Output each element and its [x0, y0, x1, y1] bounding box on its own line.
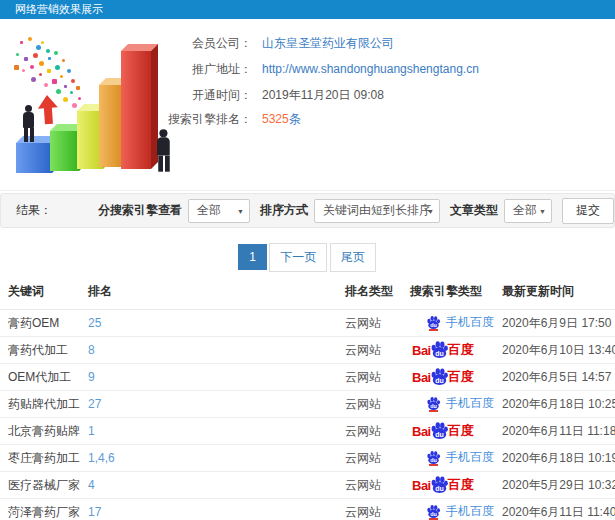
column-header: 排名: [88, 278, 345, 310]
article-type-label: 文章类型: [450, 202, 498, 219]
info-field: 推广地址：http://www.shandonghuangshengtang.c…: [160, 61, 615, 79]
info-field-label: 推广地址：: [160, 61, 252, 78]
keyword-cell: 膏药OEM: [0, 310, 88, 337]
up-arrow-icon: [37, 94, 59, 125]
chart-bar-blue: [16, 143, 52, 173]
baidu-logo: Bai du 百度: [412, 340, 474, 361]
svg-text:du: du: [430, 458, 437, 464]
table-row: 枣庄膏药加工 1,4,6 云网站 du 手机百度: [0, 445, 615, 472]
rank-link[interactable]: 25: [88, 310, 345, 337]
rank-link[interactable]: 27: [88, 391, 345, 418]
table-row: 膏药OEM 25 云网站 du 手机百度: [0, 310, 615, 337]
svg-text:du: du: [435, 377, 444, 384]
baidu-logo: Bai du 百度: [412, 421, 474, 442]
engine-select[interactable]: 全部 ▼: [188, 199, 250, 223]
mobile-baidu-label: 手机百度: [446, 395, 494, 412]
column-header: 关键词: [0, 278, 88, 310]
rank-type-cell: 云网站: [345, 472, 410, 499]
table-row: 医疗器械厂家 4 云网站 Bai du 百度 2020年5月29日 10:32: [0, 472, 615, 499]
svg-text:du: du: [430, 323, 437, 329]
search-engine-cell: Bai du 百度: [410, 337, 502, 364]
rank-type-cell: 云网站: [345, 364, 410, 391]
rank-type-cell: 云网站: [345, 391, 410, 418]
baidu-logo-bai-text: Bai: [412, 343, 431, 358]
column-header: 最新更新时间: [502, 278, 615, 310]
baidu-logo: Bai du 百度: [412, 367, 474, 388]
update-time-cell: 2020年6月18日 10:19: [502, 445, 615, 472]
chart-bar-red: [121, 51, 151, 169]
baidu-logo: Bai du 百度: [412, 475, 474, 496]
results-table: 关键词排名排名类型搜索引擎类型最新更新时间 膏药OEM 25 云网站 du: [0, 278, 615, 520]
baidu-logo-cn-text: 百度: [448, 476, 474, 494]
sort-select[interactable]: 关键词由短到长排序 ▼: [314, 199, 440, 223]
baidu-paw-icon: du: [426, 504, 441, 518]
baidu-logo-cn-text: 百度: [448, 341, 474, 359]
chevron-down-icon: ▼: [427, 208, 434, 215]
engine-filter-label: 分搜索引擎查看: [98, 202, 182, 219]
rank-link[interactable]: 8: [88, 337, 345, 364]
table-row: 药贴牌代加工 27 云网站 du 手机百度: [0, 391, 615, 418]
update-time-cell: 2020年6月5日 14:57: [502, 364, 615, 391]
baidu-logo-bai-text: Bai: [412, 424, 431, 439]
keyword-cell: 菏泽膏药厂家: [0, 499, 88, 520]
chart-bar-green: [50, 131, 79, 171]
chevron-down-icon: ▼: [237, 208, 244, 215]
rank-link[interactable]: 1,4,6: [88, 445, 345, 472]
rank-type-cell: 云网站: [345, 337, 410, 364]
baidu-paw-icon: du: [426, 396, 441, 410]
rank-link[interactable]: 4: [88, 472, 345, 499]
info-field-value[interactable]: http://www.shandonghuangshengtang.cn: [262, 62, 479, 76]
table-row: OEM代加工 9 云网站 Bai du 百度 2020年6月5日 14:57: [0, 364, 615, 391]
update-time-cell: 2020年6月11日 11:18: [502, 418, 615, 445]
businessman-figure-left: [23, 105, 35, 143]
baidu-paw-icon: du: [426, 450, 441, 464]
next-page-button[interactable]: 下一页: [269, 243, 327, 272]
svg-text:du: du: [435, 350, 444, 357]
search-engine-cell: du 手机百度: [410, 391, 502, 418]
last-page-button[interactable]: 尾页: [330, 243, 376, 272]
pagination: 1 下一页 尾页: [0, 243, 615, 272]
red-underline-decoration: [429, 329, 438, 331]
red-underline-decoration: [429, 464, 438, 466]
update-time-cell: 2020年6月18日 10:25: [502, 391, 615, 418]
info-field: 搜索引擎排名：5325条: [160, 111, 615, 129]
submit-button[interactable]: 提交: [562, 198, 614, 224]
keyword-cell: OEM代加工: [0, 364, 88, 391]
sort-select-value: 关键词由短到长排序: [323, 202, 431, 219]
column-header: 搜索引擎类型: [410, 278, 502, 310]
search-engine-cell: du 手机百度: [410, 310, 502, 337]
chevron-down-icon: ▼: [539, 208, 546, 215]
summary-section: 会员公司：山东皇圣堂药业有限公司 推广地址：http://www.shandon…: [0, 19, 615, 191]
svg-text:du: du: [435, 485, 444, 492]
page-title: 网络营销效果展示: [15, 3, 103, 15]
keyword-cell: 膏药代加工: [0, 337, 88, 364]
engine-select-value: 全部: [197, 202, 221, 219]
rank-type-cell: 云网站: [345, 418, 410, 445]
info-field-label: 搜索引擎排名：: [160, 111, 252, 128]
info-field: 开通时间：2019年11月20日 09:08: [160, 87, 615, 105]
bar-chart-illustration: [6, 31, 188, 183]
info-field-label: 开通时间：: [160, 87, 252, 104]
mobile-baidu-label: 手机百度: [446, 314, 494, 331]
table-row: 膏药代加工 8 云网站 Bai du 百度 2020年6月10日 13:40: [0, 337, 615, 364]
filter-bar: 结果： 分搜索引擎查看 全部 ▼ 排序方式 关键词由短到长排序 ▼ 文章类型 全…: [0, 193, 615, 228]
table-row: 菏泽膏药厂家 17 云网站 du 手机百度: [0, 499, 615, 520]
rank-type-cell: 云网站: [345, 310, 410, 337]
update-time-cell: 2020年6月9日 17:50: [502, 310, 615, 337]
search-engine-cell: Bai du 百度: [410, 418, 502, 445]
info-field-value[interactable]: 山东皇圣堂药业有限公司: [262, 36, 394, 50]
rank-link[interactable]: 17: [88, 499, 345, 520]
table-header-row: 关键词排名排名类型搜索引擎类型最新更新时间: [0, 278, 615, 310]
app-header: 网络营销效果展示: [0, 0, 615, 19]
info-field-label: 会员公司：: [160, 35, 252, 52]
info-field-value: 5325条: [262, 112, 301, 126]
column-header: 排名类型: [345, 278, 410, 310]
rank-link[interactable]: 1: [88, 418, 345, 445]
page: 网络营销效果展示 会员公司：山东皇圣堂药业有限公司 推广地址：http://ww…: [0, 0, 615, 520]
filter-controls: 分搜索引擎查看 全部 ▼ 排序方式 关键词由短到长排序 ▼ 文章类型 全部 ▼ …: [88, 198, 614, 224]
article-type-select[interactable]: 全部 ▼: [504, 199, 552, 223]
rank-link[interactable]: 9: [88, 364, 345, 391]
page-1-button[interactable]: 1: [238, 244, 267, 270]
baidu-paw-icon: du: [426, 315, 441, 329]
baidu-paw-icon: du: [430, 367, 449, 385]
